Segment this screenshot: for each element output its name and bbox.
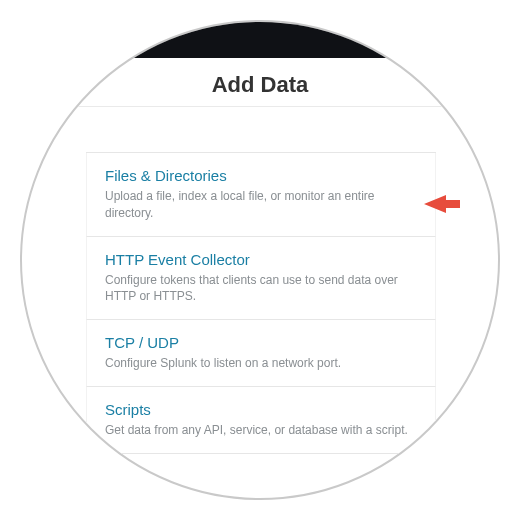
option-title: Files & Directories <box>105 167 419 184</box>
option-desc: Configure Splunk to listen on a network … <box>105 355 419 372</box>
option-desc: Upload a file, index a local file, or mo… <box>105 188 419 222</box>
viewport-circle: Add Data Select S Files & Directories Up… <box>20 20 500 500</box>
option-tcp-udp[interactable]: TCP / UDP Configure Splunk to listen on … <box>86 320 436 387</box>
option-scripts[interactable]: Scripts Get data from any API, service, … <box>86 387 436 454</box>
page-header: Add Data <box>22 58 498 107</box>
option-desc: Get data from any API, service, or datab… <box>105 422 419 439</box>
page-title: Add Data <box>22 72 498 98</box>
option-desc: Configure tokens that clients can use to… <box>105 272 419 306</box>
option-title: Scripts <box>105 401 419 418</box>
top-nav-bar <box>22 22 498 58</box>
wizard-step-label: Select S <box>450 96 498 111</box>
option-title: HTTP Event Collector <box>105 251 419 268</box>
data-source-list: Files & Directories Upload a file, index… <box>86 152 436 454</box>
option-http-event-collector[interactable]: HTTP Event Collector Configure tokens th… <box>86 237 436 321</box>
option-files-directories[interactable]: Files & Directories Upload a file, index… <box>86 153 436 237</box>
option-title: TCP / UDP <box>105 334 419 351</box>
